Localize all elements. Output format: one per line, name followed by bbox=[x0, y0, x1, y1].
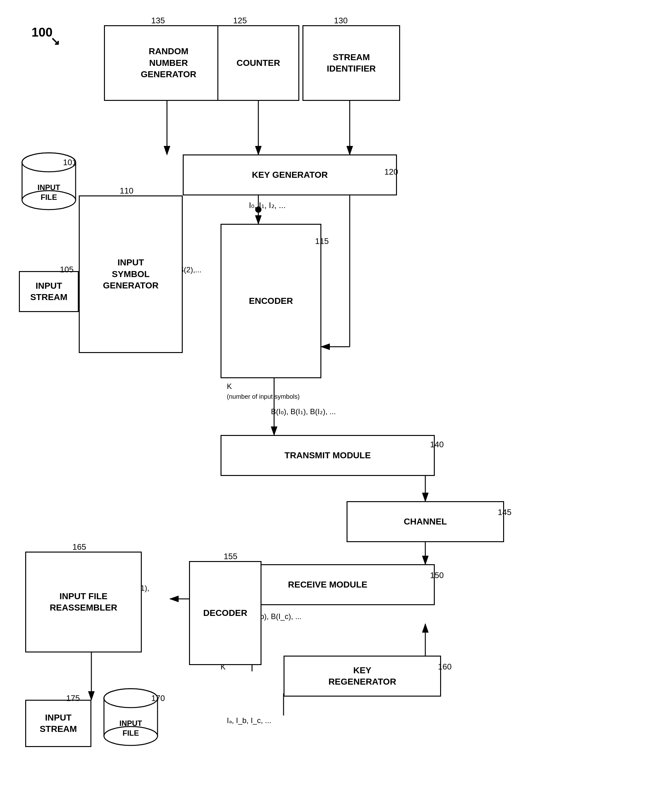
diagram-title: 100 bbox=[32, 25, 52, 40]
encoder-label: ENCODER bbox=[249, 296, 293, 307]
input-stream-bottom-box: INPUTSTREAM bbox=[25, 700, 91, 747]
input-stream-top-box: INPUTSTREAM bbox=[19, 271, 79, 312]
encoder-box: ENCODER bbox=[220, 224, 321, 378]
input-file-top-ref: 101 bbox=[63, 157, 76, 167]
ifr-ref: 165 bbox=[73, 542, 86, 552]
input-file-top-label: INPUTFILE bbox=[38, 183, 60, 202]
stream-id-ref: 130 bbox=[334, 16, 347, 25]
k-bottom-label: K bbox=[220, 662, 225, 672]
transmit-module-box: TRANSMIT MODULE bbox=[220, 435, 435, 476]
input-stream-bottom-label: INPUTSTREAM bbox=[40, 712, 77, 735]
counter-label: COUNTER bbox=[236, 57, 280, 69]
input-file-reassembler-label: INPUT FILEREASSEMBLER bbox=[50, 591, 117, 614]
counter-ref: 125 bbox=[233, 16, 247, 25]
random-number-generator-label: RANDOMNUMBERGENERATOR bbox=[141, 46, 196, 80]
channel-ref: 145 bbox=[498, 507, 511, 517]
input-symbol-gen-box: INPUTSYMBOLGENERATOR bbox=[79, 195, 183, 353]
input-stream-top-ref: 105 bbox=[60, 265, 73, 275]
channel-box: CHANNEL bbox=[347, 501, 504, 542]
decoder-ref: 155 bbox=[224, 551, 237, 561]
stream-identifier-box: STREAMIDENTIFIER bbox=[303, 25, 400, 101]
input-stream-bottom-ref: 175 bbox=[66, 693, 80, 703]
i-series-label: I₀, I₁, I₂, ... bbox=[249, 200, 286, 211]
encoder-ref: 115 bbox=[315, 237, 329, 246]
diagram-arrow: ↘ bbox=[51, 35, 60, 48]
kg-ref: 120 bbox=[384, 167, 398, 177]
input-symbol-gen-label: INPUTSYMBOLGENERATOR bbox=[103, 257, 158, 291]
key-generator-label: KEY GENERATOR bbox=[252, 169, 328, 181]
key-regenerator-label: KEYREGENERATOR bbox=[328, 665, 396, 688]
rng-ref: 135 bbox=[151, 16, 165, 25]
random-number-generator-box: RANDOMNUMBERGENERATOR bbox=[104, 25, 233, 101]
channel-label: CHANNEL bbox=[404, 516, 447, 527]
receive-module-label: RECEIVE MODULE bbox=[288, 579, 367, 590]
key-regenerator-box: KEYREGENERATOR bbox=[284, 656, 441, 697]
isg-ref: 110 bbox=[120, 186, 133, 196]
input-file-bottom-label: INPUTFILE bbox=[119, 718, 142, 738]
kr-ref: 160 bbox=[438, 662, 452, 672]
svg-point-29 bbox=[104, 689, 157, 708]
tm-ref: 140 bbox=[430, 440, 444, 450]
b-series-top-label: B(I₀), B(I₁), B(I₂), ... bbox=[271, 407, 336, 416]
transmit-module-label: TRANSMIT MODULE bbox=[284, 450, 371, 461]
decoder-box: DECODER bbox=[189, 561, 262, 665]
counter-box: COUNTER bbox=[217, 25, 299, 101]
key-generator-box: KEY GENERATOR bbox=[183, 154, 397, 195]
input-file-bottom-ref: 170 bbox=[151, 693, 165, 703]
input-file-reassembler-box: INPUT FILEREASSEMBLER bbox=[25, 551, 142, 653]
input-stream-top-label: INPUTSTREAM bbox=[30, 280, 67, 303]
decoder-label: DECODER bbox=[203, 607, 247, 619]
i-series-bottom-label: Iₐ, I_b, I_c, ... bbox=[227, 715, 271, 725]
rm-ref: 150 bbox=[430, 570, 444, 580]
k-label: K(number of input symbols) bbox=[227, 381, 300, 401]
stream-identifier-label: STREAMIDENTIFIER bbox=[327, 52, 376, 75]
